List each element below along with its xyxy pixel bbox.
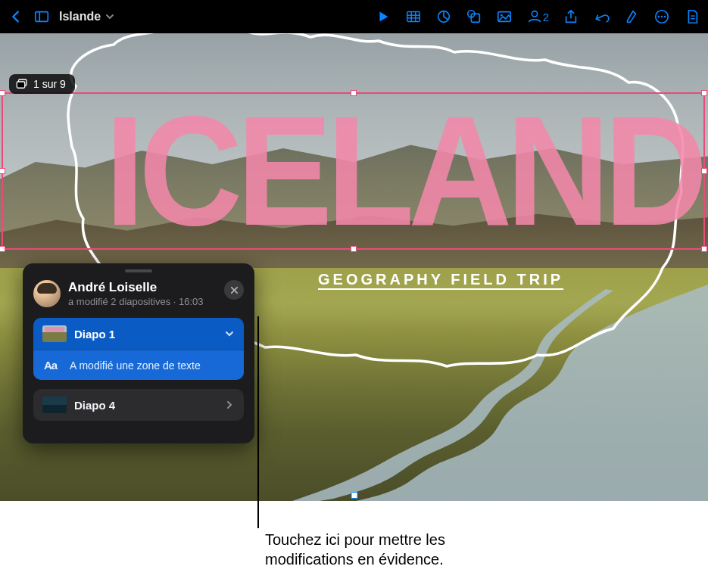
change-group-header[interactable]: Diapo 4	[33, 389, 244, 421]
bg-river	[288, 283, 708, 501]
back-icon[interactable]	[8, 8, 24, 25]
author-subtitle: a modifié 2 diapositives · 16:03	[68, 296, 217, 307]
more-icon[interactable]	[653, 8, 670, 25]
slide-thumb-icon	[42, 325, 67, 342]
shape-icon[interactable]	[466, 8, 482, 25]
svg-rect-8	[471, 14, 479, 22]
sidebar-icon[interactable]	[33, 8, 50, 25]
svg-rect-20	[17, 82, 25, 88]
change-group-diapo-1: Diapo 1 Aa A modifié une zone de texte	[33, 318, 244, 380]
change-group-header[interactable]: Diapo 1	[33, 318, 244, 350]
svg-point-12	[532, 11, 537, 17]
slide-thumb-icon	[42, 397, 67, 413]
change-group-label: Diapo 4	[74, 399, 217, 412]
table-icon[interactable]	[405, 8, 422, 25]
callout-leader-line	[257, 316, 259, 528]
document-title[interactable]: Islande	[59, 10, 114, 23]
text-change-icon: Aa	[44, 359, 61, 372]
change-row[interactable]: Aa A modifié une zone de texte	[33, 350, 244, 380]
slide-counter-text: 1 sur 9	[33, 78, 66, 90]
chevron-right-icon	[224, 400, 235, 410]
author-name: André Loiselle	[68, 280, 217, 295]
change-group-label: Diapo 1	[74, 328, 217, 341]
chevron-down-icon	[105, 12, 114, 21]
slides-icon	[15, 77, 29, 91]
change-group-diapo-4: Diapo 4	[33, 389, 244, 421]
svg-point-15	[661, 16, 663, 18]
undo-icon[interactable]	[593, 8, 610, 25]
svg-point-11	[501, 14, 503, 17]
play-icon[interactable]	[375, 8, 391, 25]
slide-counter-badge[interactable]: 1 sur 9	[9, 74, 75, 94]
slide-canvas[interactable]: ICELAND GEOGRAPHY FIELD TRIP 1 sur 9 And…	[0, 33, 708, 501]
media-icon[interactable]	[496, 8, 513, 25]
document-title-text: Islande	[59, 10, 101, 23]
close-button[interactable]	[224, 280, 244, 300]
subtitle: GEOGRAPHY FIELD TRIP	[318, 271, 563, 288]
chevron-down-icon	[224, 328, 235, 339]
svg-point-14	[658, 16, 660, 18]
toolbar: Islande 2	[0, 0, 708, 33]
panel-grabber[interactable]	[125, 269, 152, 272]
document-icon[interactable]	[684, 8, 700, 25]
activity-panel: André Loiselle a modifié 2 diapositives …	[23, 263, 254, 443]
format-icon[interactable]	[623, 8, 640, 25]
collab-count: 2	[543, 11, 549, 23]
svg-point-16	[664, 16, 666, 18]
share-icon[interactable]	[563, 8, 579, 25]
svg-rect-2	[407, 12, 419, 22]
close-icon	[230, 286, 239, 294]
collaborate-icon[interactable]: 2	[526, 8, 549, 25]
change-text: A modifié une zone de texte	[70, 359, 201, 372]
selection-handle[interactable]	[351, 492, 357, 499]
avatar	[33, 280, 61, 307]
activity-header: André Loiselle a modifié 2 diapositives …	[33, 280, 244, 307]
chart-icon[interactable]	[435, 8, 452, 25]
callout-text: Touchez ici pour mettre les modification…	[265, 530, 445, 569]
svg-rect-0	[36, 12, 48, 22]
